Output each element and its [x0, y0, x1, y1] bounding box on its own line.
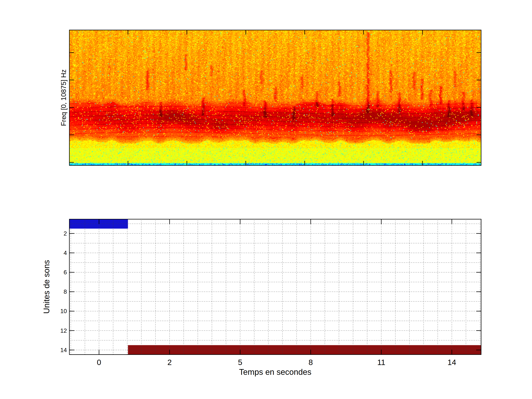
activity-xlabel: Temps en secondes: [239, 367, 311, 377]
y-tick-label: 2: [37, 230, 67, 237]
y-tick-label: 12: [37, 328, 67, 334]
y-tick-label: 8: [37, 289, 67, 295]
x-tick-label: 14: [448, 359, 456, 366]
activity-ylabel: Unites de sons: [42, 260, 51, 314]
x-tick-label: 5: [238, 359, 242, 366]
y-tick-label: 6: [37, 269, 67, 275]
matlab-figure: Freq [0, 10875] Hz Unites de sons Temps …: [0, 0, 532, 399]
x-tick-label: 8: [309, 359, 313, 366]
x-tick-label: 2: [167, 359, 172, 366]
spectrogram-ylabel: Freq [0, 10875] Hz: [60, 70, 68, 126]
y-tick-label: 10: [37, 308, 67, 314]
y-tick-label: 14: [37, 347, 67, 353]
x-tick-label: 11: [377, 359, 385, 366]
activity-plot: [69, 219, 481, 355]
y-tick-label: 4: [37, 250, 67, 256]
spectrogram-heatmap: [69, 30, 481, 166]
x-tick-label: 0: [97, 359, 101, 366]
